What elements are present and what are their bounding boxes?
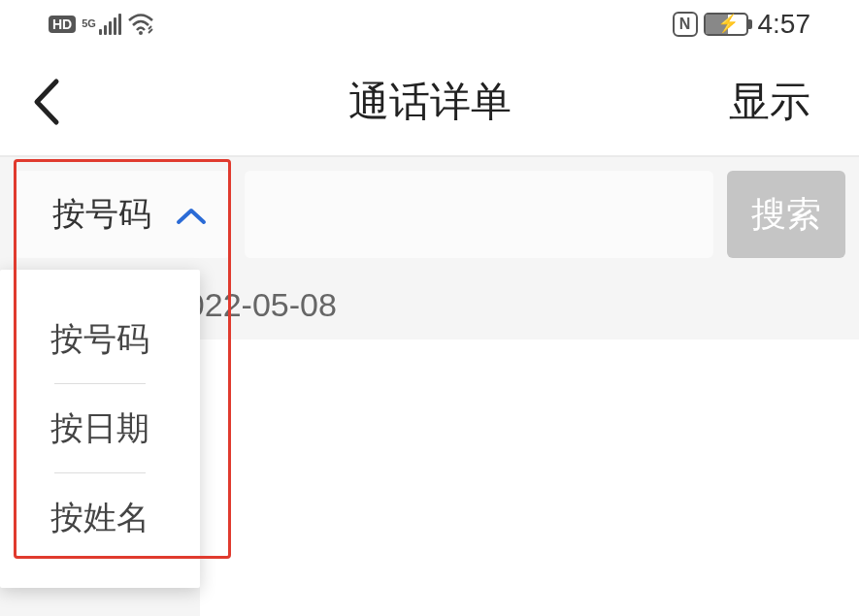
filter-option-by-name[interactable]: 按姓名 [0, 473, 200, 563]
chevron-up-icon [175, 196, 208, 234]
filter-dropdown-label: 按号码 [52, 192, 151, 237]
nfc-icon: N [673, 12, 698, 37]
display-button[interactable]: 显示 [729, 75, 810, 129]
search-input[interactable] [245, 171, 713, 258]
wifi-icon [127, 14, 154, 35]
search-button[interactable]: 搜索 [727, 171, 845, 258]
cellular-signal-icon: 5G [82, 14, 121, 35]
status-right: N ⚡ 4:57 [673, 9, 811, 40]
network-type-label: 5G [82, 17, 96, 29]
content-area [200, 340, 859, 616]
filter-dropdown[interactable]: 按号码 [14, 171, 231, 258]
back-button[interactable] [23, 78, 72, 126]
chevron-left-icon [31, 78, 64, 126]
nav-bar: 通话详单 显示 [0, 49, 859, 155]
filter-dropdown-menu: 按号码 按日期 按姓名 [0, 270, 200, 588]
filter-option-by-date[interactable]: 按日期 [0, 384, 200, 473]
battery-icon: ⚡ [704, 13, 748, 36]
status-left: HD 5G [49, 14, 154, 35]
status-bar: HD 5G N ⚡ 4:57 [0, 0, 859, 49]
page-title: 通话详单 [348, 75, 512, 129]
svg-point-0 [139, 31, 143, 35]
search-row: 按号码 搜索 [0, 155, 859, 272]
clock-label: 4:57 [758, 9, 811, 40]
hd-icon: HD [49, 16, 76, 33]
filter-option-by-number[interactable]: 按号码 [0, 295, 200, 384]
